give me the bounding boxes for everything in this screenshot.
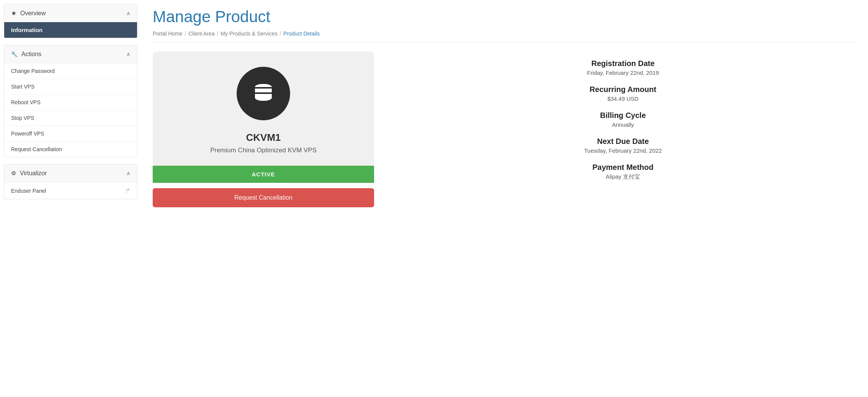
virtualizor-section-label: Virtualizor	[20, 170, 47, 177]
sidebar-item-reboot-vps[interactable]: Reboot VPS	[4, 94, 137, 110]
overview-section-label: Overview	[20, 10, 46, 17]
info-row-billing-cycle: Billing Cycle Annually	[389, 111, 857, 128]
chevron-up-icon-actions	[126, 51, 130, 57]
info-value-billing-cycle: Annually	[389, 121, 857, 128]
info-row-registration-date: Registration Date Friday, February 22nd,…	[389, 59, 857, 76]
svg-point-9	[255, 95, 272, 101]
main-content: Manage Product Portal Home / Client Area…	[141, 0, 868, 397]
product-icon-circle	[237, 67, 290, 120]
chevron-up-icon-virtualizor	[126, 170, 130, 176]
star-icon	[11, 10, 16, 17]
breadcrumb-my-products[interactable]: My Products & Services	[221, 31, 278, 37]
info-label-registration-date: Registration Date	[389, 59, 857, 68]
info-row-next-due-date: Next Due Date Tuesday, February 22nd, 20…	[389, 137, 857, 154]
info-label-payment-method: Payment Method	[389, 163, 857, 172]
sidebar-item-start-vps[interactable]: Start VPS	[4, 79, 137, 94]
page-title: Manage Product	[153, 8, 857, 26]
breadcrumb: Portal Home / Client Area / My Products …	[153, 31, 857, 42]
content-area: CKVM1 Premium China Optimized KVM VPS AC…	[153, 52, 857, 207]
info-label-recurring-amount: Recurring Amount	[389, 85, 857, 94]
wrench-icon	[11, 51, 18, 58]
share-icon	[125, 187, 130, 194]
info-row-recurring-amount: Recurring Amount $34.49 USD	[389, 85, 857, 102]
breadcrumb-client-area[interactable]: Client Area	[189, 31, 215, 37]
breadcrumb-sep-2: /	[217, 31, 218, 37]
sidebar-section-header-actions[interactable]: Actions	[4, 45, 137, 63]
info-value-recurring-amount: $34.49 USD	[389, 95, 857, 102]
info-value-next-due-date: Tuesday, February 22nd, 2022	[389, 147, 857, 154]
breadcrumb-portal-home[interactable]: Portal Home	[153, 31, 182, 37]
sidebar-section-actions: Actions Change Password Start VPS Reboot…	[4, 45, 137, 157]
product-name: CKVM1	[164, 132, 363, 144]
sidebar-section-overview: Overview Information	[4, 4, 137, 38]
svg-rect-6	[255, 87, 272, 89]
sidebar-item-information[interactable]: Information	[4, 22, 137, 38]
product-description: Premium China Optimized KVM VPS	[164, 147, 363, 154]
sidebar-section-header-overview[interactable]: Overview	[4, 4, 137, 22]
sidebar-section-header-virtualizor[interactable]: Virtualizor	[4, 165, 137, 182]
sidebar-item-change-password[interactable]: Change Password	[4, 63, 137, 79]
breadcrumb-sep-3: /	[280, 31, 281, 37]
info-label-next-due-date: Next Due Date	[389, 137, 857, 146]
info-row-payment-method: Payment Method Alipay 支付宝	[389, 163, 857, 181]
sidebar-item-request-cancellation[interactable]: Request Cancellation	[4, 141, 137, 157]
status-badge: ACTIVE	[153, 166, 374, 183]
actions-section-label: Actions	[21, 51, 41, 58]
svg-rect-8	[255, 92, 272, 94]
info-label-billing-cycle: Billing Cycle	[389, 111, 857, 120]
sidebar-item-stop-vps[interactable]: Stop VPS	[4, 110, 137, 126]
info-panel: Registration Date Friday, February 22nd,…	[389, 52, 857, 190]
sidebar: Overview Information Actions Change Pass…	[0, 0, 141, 397]
sidebar-item-enduser-panel[interactable]: Enduser Panel	[4, 182, 137, 199]
info-value-registration-date: Friday, February 22nd, 2019	[389, 69, 857, 76]
database-icon	[250, 80, 277, 107]
cluster-icon	[11, 170, 16, 177]
product-card-wrapper: CKVM1 Premium China Optimized KVM VPS AC…	[153, 52, 374, 207]
product-card: CKVM1 Premium China Optimized KVM VPS	[153, 52, 374, 166]
sidebar-section-virtualizor: Virtualizor Enduser Panel	[4, 164, 137, 199]
info-value-payment-method: Alipay 支付宝	[389, 173, 857, 181]
sidebar-item-poweroff-vps[interactable]: Poweroff VPS	[4, 126, 137, 141]
breadcrumb-sep-1: /	[185, 31, 186, 37]
cancel-button[interactable]: Request Cancellation	[153, 188, 374, 207]
breadcrumb-product-details: Product Details	[284, 31, 320, 37]
chevron-up-icon	[126, 10, 130, 16]
